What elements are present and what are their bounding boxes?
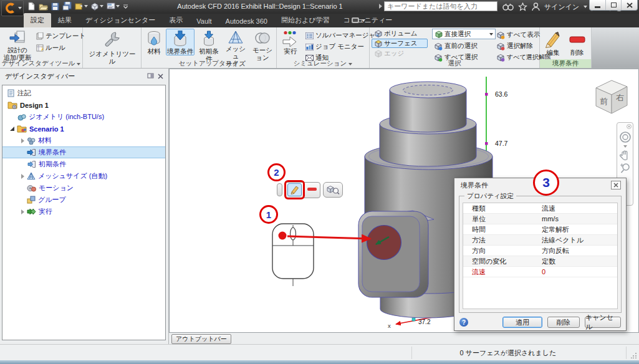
tree-item-initial-conditions[interactable]: 初期条件 [2, 158, 165, 170]
previous-selection-button[interactable]: 直前の選択 [434, 42, 478, 50]
property-value[interactable]: 0 [537, 268, 617, 275]
motion-button[interactable]: モーション [249, 29, 276, 62]
tab-autodesk360[interactable]: Autodesk 360 [219, 15, 274, 27]
selection-mode-dropdown[interactable]: 直接選択 [432, 29, 496, 39]
initial-conditions-button[interactable]: 初期条件 [196, 29, 222, 63]
edit-highlight-ring [284, 180, 305, 199]
tree-item-notes[interactable]: 注記 [2, 87, 165, 99]
property-value[interactable]: 法線ベクトル [537, 236, 617, 245]
mini-delete-button[interactable] [307, 188, 317, 191]
qat-customize-icon[interactable] [123, 3, 128, 10]
appearance-dropdown-icon[interactable] [91, 2, 103, 11]
material-button[interactable]: 材料 [143, 29, 165, 55]
delete-button[interactable]: 削除 [567, 29, 588, 57]
pan-hand-icon[interactable] [620, 150, 630, 161]
open-file-icon[interactable] [39, 2, 48, 11]
mini-toolbar-handle[interactable] [277, 183, 282, 196]
close-button[interactable] [622, 0, 637, 10]
tab-community[interactable]: コミュニティー [337, 13, 400, 27]
group-label-design-study-tools[interactable]: デザインスタディツール [0, 59, 82, 68]
dialog-delete-button[interactable]: 削除 [547, 317, 580, 328]
cfd-logo-icon [4, 1, 17, 15]
property-value[interactable]: 定数 [537, 257, 617, 266]
property-value[interactable]: 流速 [537, 204, 617, 213]
expander-open-icon[interactable] [10, 127, 14, 131]
dialog-help-icon[interactable]: ? [459, 318, 468, 327]
expander-closed-icon[interactable] [21, 209, 24, 214]
dimension-value: 63.6 [495, 90, 508, 98]
new-file-icon[interactable] [27, 2, 36, 11]
tab-view[interactable]: 表示 [162, 13, 190, 27]
restore-button[interactable] [606, 0, 622, 10]
ribbon-display-toggle[interactable] [351, 17, 365, 24]
select-edge-button[interactable]: エッジ [372, 49, 428, 58]
tab-vault[interactable]: Vault [190, 15, 218, 27]
orbit-icon[interactable] [619, 131, 632, 143]
application-menu-button[interactable] [1, 0, 24, 16]
apply-button[interactable]: 適用 [502, 317, 542, 328]
mini-review-button[interactable] [323, 182, 343, 198]
edit-button[interactable]: 編集 [543, 29, 563, 57]
geometry-tools-button[interactable]: ジオメトリツール [87, 29, 137, 65]
cancel-button[interactable]: キャンセル [585, 317, 621, 328]
tree-item-scenario1[interactable]: Scenario 1 [2, 123, 165, 135]
mesh-size-icon [228, 31, 243, 44]
show-all-button[interactable]: すべて表示 [496, 31, 540, 39]
group-label-simulation[interactable]: シミュレーション [277, 59, 369, 68]
close-icon [613, 183, 618, 188]
expander-closed-icon[interactable] [21, 138, 24, 143]
add-update-design-button[interactable]: 設計の 追加/更新 [2, 29, 32, 62]
tree-item-motion[interactable]: モーション [2, 182, 165, 194]
selected-surface[interactable] [367, 226, 401, 260]
user-icon[interactable] [532, 2, 540, 11]
dialog-close-button[interactable] [611, 181, 621, 189]
tree-item-boundary-conditions[interactable]: 境界条件 [2, 146, 165, 158]
select-surface-button[interactable]: サーフェス [372, 39, 428, 48]
navbar-close-icon[interactable] [627, 124, 632, 129]
model-dropdown-icon[interactable] [75, 2, 88, 11]
run-button[interactable]: 実行 [279, 29, 302, 55]
tab-getting-started[interactable]: 開始および学習 [274, 13, 337, 27]
resize-grip[interactable] [631, 352, 637, 358]
tab-decision-center[interactable]: ディシジョンセンター [79, 13, 162, 27]
save-as-icon[interactable] [62, 2, 72, 11]
tree-item-groups[interactable]: グループ [2, 194, 165, 206]
pin-icon[interactable] [147, 73, 154, 80]
x-axis-label: x [388, 322, 391, 329]
tab-results[interactable]: 結果 [51, 13, 79, 27]
search-collapse-icon[interactable] [379, 4, 382, 9]
view-cube[interactable]: 前 右 [596, 80, 627, 113]
select-volume-button[interactable]: ボリューム [372, 29, 428, 38]
boundary-conditions-icon [173, 31, 188, 47]
orbit-options-caret-icon[interactable] [623, 145, 627, 148]
rule-button[interactable]: ルール [36, 44, 65, 52]
sign-in-label[interactable]: サインイン [544, 2, 579, 12]
job-monitor-button[interactable]: ジョブ モニター [305, 42, 364, 51]
template-button[interactable]: テンプレート [36, 32, 85, 41]
deselect-button[interactable]: 選択解除 [496, 42, 533, 50]
property-value[interactable]: mm/s [537, 215, 617, 223]
boundary-conditions-button[interactable]: 境界条件 [166, 29, 195, 55]
property-value[interactable]: 方向反転 [537, 246, 617, 256]
tree-item-geometry[interactable]: ジオメトリ (inch-BTU/s) [2, 111, 165, 123]
previous-selection-icon [434, 42, 443, 50]
property-value[interactable]: 定常解析 [537, 225, 617, 234]
save-icon[interactable] [51, 2, 59, 11]
tree-item-run[interactable]: 実行 [2, 206, 165, 218]
sign-in-caret-icon[interactable] [584, 6, 587, 8]
output-bar-button[interactable]: アウトプットバー [171, 334, 231, 344]
tree-item-design1[interactable]: Design 1 [2, 99, 165, 111]
minimize-button[interactable] [590, 0, 606, 10]
expander-closed-icon[interactable] [21, 174, 24, 179]
zoom-icon[interactable] [620, 163, 631, 174]
view-dropdown-icon[interactable] [107, 2, 120, 10]
favorites-star-icon[interactable] [518, 2, 527, 11]
initial-conditions-icon [27, 160, 36, 168]
search-binoculars-icon[interactable] [502, 2, 514, 11]
search-input[interactable] [384, 1, 497, 11]
panel-close-icon[interactable] [158, 74, 163, 79]
ribbon-group-setup-tasks: 材料 境界条件 初期条件 メッシュ サイズ モーション セットアップタスク [142, 27, 277, 68]
tab-setup[interactable]: 設定 [24, 13, 51, 27]
tree-item-mesh-size[interactable]: メッシュサイズ (自動) [2, 170, 165, 182]
tree-item-materials[interactable]: 材料 [2, 135, 165, 146]
